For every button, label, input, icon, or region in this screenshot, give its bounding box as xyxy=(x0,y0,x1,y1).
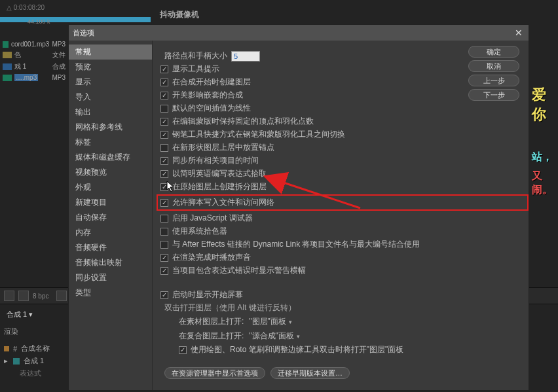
pref-checkbox-14[interactable] xyxy=(160,254,168,262)
pref-label-10: 允许脚本写入文件和访问网络 xyxy=(172,197,274,208)
prev-button[interactable]: 上一步 xyxy=(468,75,519,86)
project-file-row[interactable]: ….mp3MP3 xyxy=(0,73,68,82)
comp-layer-dropdown[interactable]: "源合成"面板 ▾ xyxy=(248,330,301,342)
nav-item-4[interactable]: 输出 xyxy=(69,105,152,120)
nav-item-15[interactable]: 同步设置 xyxy=(69,270,152,285)
nav-item-5[interactable]: 网格和参考线 xyxy=(69,120,152,135)
footage-layer-dropdown[interactable]: "图层"面板 ▾ xyxy=(248,315,293,328)
file-name: 色 xyxy=(14,50,21,60)
project-file-row[interactable]: 戏 1合成 xyxy=(0,61,68,73)
nav-item-12[interactable]: 内存 xyxy=(69,225,152,240)
pref-checkbox-9[interactable] xyxy=(160,183,168,191)
ok-button[interactable]: 确定 xyxy=(468,46,519,58)
file-type-icon xyxy=(3,63,12,70)
comp-layer-dropdown-value: "源合成"面板 xyxy=(249,330,294,342)
pref-checkbox-4[interactable] xyxy=(160,118,168,126)
timeline-row-2[interactable]: 表达式 xyxy=(20,368,41,378)
splash-checkbox[interactable] xyxy=(160,291,168,299)
pref-label-3: 默认的空间插值为线性 xyxy=(172,103,251,114)
nav-item-6[interactable]: 标签 xyxy=(69,135,152,150)
pref-row-3: 默认的空间插值为线性 xyxy=(160,103,529,114)
file-type-label: MP3 xyxy=(52,41,65,48)
preview-line-3: 又闹。 xyxy=(532,169,558,197)
bg-audio-waveform xyxy=(0,17,151,22)
pref-checkbox-10[interactable] xyxy=(160,199,168,207)
pref-checkbox-13[interactable] xyxy=(160,241,168,249)
pref-checkbox-6[interactable] xyxy=(160,144,168,152)
pref-row-10: 允许脚本写入文件和访问网络 xyxy=(157,194,529,211)
pref-label-4: 在编辑蒙版时保持固定的顶点和羽化点数 xyxy=(172,116,314,127)
pref-row-7: 同步所有相关项目的时间 xyxy=(160,155,529,166)
nav-item-14[interactable]: 音频输出映射 xyxy=(69,255,152,270)
timeline-row-1[interactable]: 合成 1 xyxy=(24,356,44,366)
double-click-heading: 双击打开图层（使用 Alt 键进行反转） xyxy=(164,302,529,313)
bg-timecode: △ 0:03:08:20 xyxy=(7,4,59,11)
dialog-button-column: 确定 取消 上一步 下一步 xyxy=(468,46,519,101)
pref-checkbox-11[interactable] xyxy=(160,215,168,223)
next-button[interactable]: 下一步 xyxy=(468,89,519,101)
pref-label-7: 同步所有相关项目的时间 xyxy=(172,155,259,166)
nav-item-10[interactable]: 新建项目 xyxy=(69,195,152,210)
toolbar-btn-2[interactable] xyxy=(18,291,29,301)
pref-checkbox-0[interactable] xyxy=(160,65,168,73)
file-type-label: MP3 xyxy=(52,74,65,81)
pref-row-14: 在渲染完成时播放声音 xyxy=(160,252,529,263)
render-label: 渲染 xyxy=(4,327,18,336)
pref-label-12: 使用系统拾色器 xyxy=(172,226,227,237)
pref-row-4: 在编辑蒙版时保持固定的顶点和羽化点数 xyxy=(160,116,529,127)
pref-checkbox-5[interactable] xyxy=(160,131,168,139)
timeline-tab[interactable]: 合成 1 ▾ xyxy=(0,307,39,322)
path-size-label: 路径点和手柄大小 xyxy=(164,50,227,62)
nav-item-13[interactable]: 音频硬件 xyxy=(69,240,152,255)
nav-item-11[interactable]: 自动保存 xyxy=(69,210,152,225)
nav-item-2[interactable]: 显示 xyxy=(69,75,152,90)
nav-item-9[interactable]: 外观 xyxy=(69,180,152,195)
nav-item-1[interactable]: 预览 xyxy=(69,60,152,75)
toolbar-btn-1[interactable] xyxy=(4,291,14,301)
timeline-table: #合成名称 ▸合成 1 表达式 xyxy=(4,342,50,380)
migrate-settings-button[interactable]: 迁移早期版本设置… xyxy=(270,367,350,379)
col-header: 合成名称 xyxy=(21,344,50,353)
pref-checkbox-3[interactable] xyxy=(160,105,168,113)
bg-panel-title: 抖动摄像机 xyxy=(160,9,199,20)
dbl-row1-label: 在素材图层上打开: xyxy=(179,316,244,327)
close-icon[interactable]: ✕ xyxy=(513,27,525,39)
splash-label: 启动时显示开始屏幕 xyxy=(172,289,243,300)
toolbar-trash-icon[interactable] xyxy=(56,291,67,301)
paint-tools-checkbox[interactable] xyxy=(179,346,187,354)
dbl-row2-label: 在复合图层上打开: xyxy=(179,330,244,342)
paint-tools-label: 使用绘图、Roto 笔刷和调整边缘工具双击时将打开"图层"面板 xyxy=(191,344,403,355)
project-file-row[interactable]: 色文件 xyxy=(0,49,68,61)
pref-checkbox-7[interactable] xyxy=(160,157,168,165)
pref-label-6: 在新形状图层上居中放置锚点 xyxy=(172,142,274,153)
dialog-title-text: 首选项 xyxy=(73,28,94,38)
chevron-down-icon: ▾ xyxy=(297,333,300,340)
pref-checkbox-15[interactable] xyxy=(160,267,168,275)
nav-item-3[interactable]: 导入 xyxy=(69,90,152,105)
file-type-icon xyxy=(3,52,12,58)
pref-label-1: 在合成开始时创建图层 xyxy=(172,77,251,88)
pref-label-5: 钢笔工具快捷方式在钢笔和蒙版羽化工具之间切换 xyxy=(172,129,345,140)
file-name: 戏 1 xyxy=(14,62,26,71)
path-size-input[interactable] xyxy=(231,51,260,62)
nav-item-0[interactable]: 常规 xyxy=(69,45,152,60)
pref-label-14: 在渲染完成时播放声音 xyxy=(172,252,251,263)
pref-checkbox-2[interactable] xyxy=(160,92,168,99)
bg-preview-text: 爱你 站， 又闹。 xyxy=(532,85,558,197)
layer-chip-icon xyxy=(13,358,20,365)
cancel-button[interactable]: 取消 xyxy=(468,60,519,72)
pref-row-8: 以简明英语编写表达式拾取 xyxy=(160,168,529,179)
pref-row-9: 在原始图层上创建拆分图层 xyxy=(160,181,529,192)
reveal-prefs-button[interactable]: 在资源管理器中显示首选项 xyxy=(164,367,265,379)
pref-checkbox-1[interactable] xyxy=(160,79,168,86)
file-type-label: 文件 xyxy=(52,50,65,60)
nav-item-16[interactable]: 类型 xyxy=(69,285,152,300)
pref-row-13: 与 After Effects 链接的 Dynamic Link 将项目文件名与… xyxy=(160,239,529,250)
file-type-label: 合成 xyxy=(52,62,65,71)
pref-checkbox-8[interactable] xyxy=(160,170,168,178)
nav-item-7[interactable]: 媒体和磁盘缓存 xyxy=(69,150,152,165)
project-file-row[interactable]: cord001.mp3MP3 xyxy=(0,39,68,49)
pref-row-6: 在新形状图层上居中放置锚点 xyxy=(160,142,529,153)
nav-item-8[interactable]: 视频预览 xyxy=(69,165,152,180)
pref-checkbox-12[interactable] xyxy=(160,228,168,236)
